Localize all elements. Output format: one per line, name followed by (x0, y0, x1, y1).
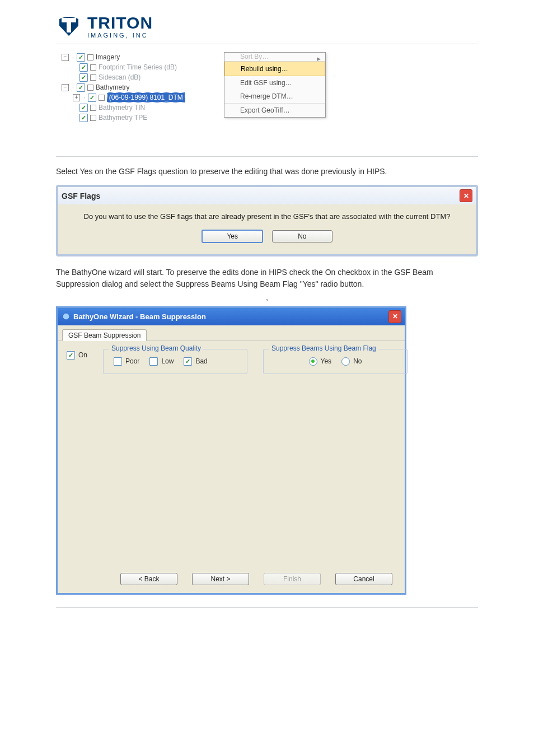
tree-label: Imagery (96, 53, 120, 61)
low-option[interactable]: Low (149, 357, 174, 366)
collapse-icon[interactable]: − (62, 84, 69, 91)
menu-item-rebuild[interactable]: Rebuild using… (224, 62, 325, 76)
tree-item-bathymetry[interactable]: − · Bathymetry (62, 82, 202, 92)
menu-item-sort-by[interactable]: Sort By… ▶ (224, 53, 325, 62)
tree-item-tpe[interactable]: Bathymetry TPE (62, 113, 202, 123)
collapse-icon[interactable]: − (62, 54, 69, 61)
tree-label: (06-09-1999) 8101_DTM (107, 92, 185, 102)
dialog-title: BathyOne Wizard - Beam Suppression (73, 312, 206, 321)
tree-item-tin[interactable]: Bathymetry TIN (62, 102, 202, 113)
bathyone-wizard-dialog: BathyOne Wizard - Beam Suppression ✕ GSF… (56, 306, 406, 595)
instruction-paragraph-2: The BathyOne wizard will start. To prese… (56, 267, 478, 290)
cancel-button[interactable]: Cancel (335, 573, 392, 585)
menu-label: Rebuild using… (241, 65, 288, 73)
submenu-arrow-icon: ▶ (317, 56, 321, 62)
on-label: On (78, 351, 87, 359)
tree-label: Sidescan (dB) (99, 73, 140, 81)
menu-label: Export GeoTiff… (240, 106, 290, 114)
color-swatch-icon (90, 64, 96, 71)
svg-point-3 (63, 313, 69, 320)
radio[interactable] (341, 357, 350, 366)
menu-label: Re-merge DTM… (240, 92, 293, 100)
option-label: Bad (195, 357, 207, 365)
tree-label: Bathymetry TPE (99, 114, 147, 122)
triton-logo-icon (56, 13, 82, 39)
tree-item-sidescan[interactable]: Sidescan (dB) (62, 72, 202, 82)
menu-item-edit-gsf[interactable]: Edit GSF using… (224, 76, 325, 90)
tree-label: Bathymetry TIN (99, 104, 145, 111)
tree-item-dtm[interactable]: + · (06-09-1999) 8101_DTM (62, 92, 202, 102)
checkbox[interactable] (77, 53, 85, 62)
color-swatch-icon (99, 95, 105, 101)
color-swatch-icon (87, 54, 93, 60)
instruction-paragraph-1: Select Yes on the GSF Flags question to … (56, 166, 478, 177)
no-option[interactable]: No (341, 357, 362, 366)
close-button[interactable]: ✕ (388, 310, 401, 323)
checkbox[interactable] (79, 114, 88, 122)
gsf-flags-dialog: GSF Flags ✕ Do you want to use the GSF f… (56, 185, 478, 256)
close-button[interactable]: ✕ (460, 189, 472, 202)
brand-tagline: IMAGING, INC (87, 32, 153, 39)
option-label: Low (161, 357, 174, 365)
option-label: Poor (125, 357, 139, 365)
option-label: No (353, 357, 362, 365)
checkbox[interactable] (149, 357, 158, 366)
menu-item-export-geotiff[interactable]: Export GeoTiff… (224, 104, 325, 117)
footer-divider (56, 607, 478, 608)
color-swatch-icon (90, 105, 96, 111)
expand-icon[interactable]: + (73, 94, 80, 101)
group-legend: Suppress Using Beam Quality (109, 344, 203, 352)
dialog-title: GSF Flags (62, 192, 100, 200)
context-menu: Sort By… ▶ Rebuild using… Edit GSF using… (224, 52, 326, 118)
checkbox[interactable] (88, 94, 96, 102)
back-button[interactable]: < Back (120, 573, 177, 585)
tree-label: Footprint Time Series (dB) (99, 63, 177, 71)
tree-item-footprint[interactable]: Footprint Time Series (dB) (62, 62, 202, 72)
tree-label: Bathymetry (96, 83, 130, 91)
bad-option[interactable]: Bad (184, 357, 207, 366)
dialog-question: Do you want to use the GSF flags that ar… (68, 212, 466, 221)
yes-button[interactable]: Yes (202, 230, 263, 243)
group-suppress-flag: Suppress Beams Using Beam Flag Yes No (263, 349, 407, 374)
color-swatch-icon (90, 74, 96, 81)
checkbox[interactable] (79, 104, 88, 112)
wizard-icon (62, 312, 70, 320)
on-checkbox[interactable] (67, 351, 75, 360)
menu-label: Edit GSF using… (240, 79, 292, 87)
menu-label: Sort By… (240, 53, 269, 60)
option-label: Yes (321, 357, 332, 365)
poor-option[interactable]: Poor (114, 357, 139, 366)
checkbox[interactable] (79, 73, 88, 82)
layer-tree: − · Imagery Footprint Time Series (dB) S… (62, 52, 202, 123)
color-swatch-icon (87, 85, 93, 91)
next-button[interactable]: Next > (192, 573, 249, 585)
checkbox[interactable] (114, 357, 122, 366)
finish-button: Finish (264, 573, 321, 585)
section-divider (56, 156, 478, 157)
no-button[interactable]: No (272, 230, 332, 242)
checkbox[interactable] (79, 63, 88, 72)
group-legend: Suppress Beams Using Beam Flag (269, 344, 378, 352)
brand-header: TRITON IMAGING, INC (56, 13, 478, 39)
menu-item-remerge-dtm[interactable]: Re-merge DTM… (224, 90, 325, 104)
group-suppress-quality: Suppress Using Beam Quality Poor Low (103, 349, 247, 374)
tab-gsf-beam-suppression[interactable]: GSF Beam Suppression (62, 329, 147, 341)
tree-item-imagery[interactable]: − · Imagery (62, 52, 202, 62)
header-divider (56, 44, 478, 44)
checkbox[interactable] (184, 357, 192, 366)
color-swatch-icon (90, 115, 96, 121)
checkbox[interactable] (77, 83, 85, 92)
yes-option[interactable]: Yes (309, 357, 332, 366)
stray-comma: , (266, 293, 268, 302)
close-icon: ✕ (463, 192, 469, 200)
close-icon: ✕ (392, 312, 398, 320)
radio[interactable] (309, 357, 317, 366)
brand-name: TRITON (87, 15, 153, 31)
